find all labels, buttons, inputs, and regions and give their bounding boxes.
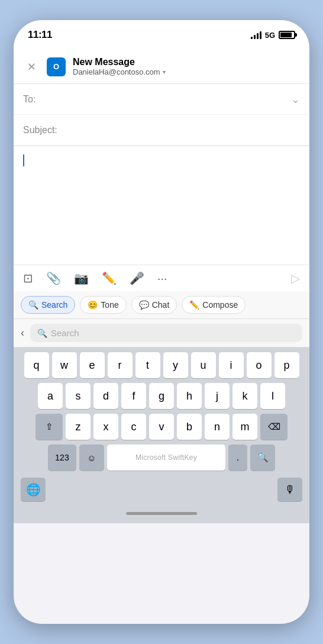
key-a[interactable]: a	[38, 383, 63, 409]
status-time: 11:11	[28, 29, 52, 41]
subject-label: Subject:	[23, 125, 64, 136]
shift-key[interactable]: ⇧	[35, 414, 63, 440]
back-arrow[interactable]: ‹	[21, 327, 24, 339]
period-key[interactable]: .	[228, 445, 247, 471]
search-input-container[interactable]: 🔍 Search	[30, 324, 302, 342]
subject-field-row[interactable]: Subject:	[14, 115, 309, 146]
to-input[interactable]	[64, 94, 291, 105]
ai-search-button[interactable]: 🔍 Search	[21, 296, 75, 314]
keyboard-row-bottom: 123 ☺ Microsoft SwiftKey . 🔍	[16, 445, 307, 471]
key-j[interactable]: j	[205, 383, 230, 409]
space-label: Microsoft SwiftKey	[135, 453, 197, 462]
compose-header: ✕ O New Message DanielaHa@contoso.com ▾	[14, 50, 309, 84]
key-q[interactable]: q	[24, 352, 49, 378]
keyboard: q w e r t y u i o p a s d f g h j k l ⇧	[14, 347, 309, 507]
key-d[interactable]: d	[93, 383, 118, 409]
key-o[interactable]: o	[247, 352, 272, 378]
toolbar-icons: ⊡ 📎 📷 ✏️ 🎤 ···	[23, 271, 167, 285]
numbers-key[interactable]: 123	[48, 445, 76, 471]
key-b[interactable]: b	[177, 414, 202, 440]
key-r[interactable]: r	[108, 352, 133, 378]
keyboard-row-1: q w e r t y u i o p	[16, 352, 307, 378]
key-g[interactable]: g	[149, 383, 174, 409]
key-m[interactable]: m	[232, 414, 257, 440]
account-email[interactable]: DanielaHa@contoso.com ▾	[73, 67, 300, 76]
signal-icon	[251, 31, 261, 39]
key-s[interactable]: s	[66, 383, 91, 409]
period-label: .	[237, 452, 239, 463]
attachment-icon[interactable]: 📎	[46, 271, 61, 285]
compose-icon: ✏️	[189, 300, 199, 310]
send-button[interactable]: ▷	[291, 271, 300, 285]
key-f[interactable]: f	[121, 383, 146, 409]
tone-icon: 😊	[88, 300, 98, 310]
outlook-icon: O	[47, 57, 66, 76]
key-h[interactable]: h	[177, 383, 202, 409]
key-w[interactable]: w	[52, 352, 77, 378]
home-bar	[126, 512, 197, 515]
key-c[interactable]: c	[121, 414, 146, 440]
to-field-row[interactable]: To: ⌄	[14, 84, 309, 115]
ai-compose-button[interactable]: ✏️ Compose	[182, 296, 246, 314]
key-k[interactable]: k	[232, 383, 257, 409]
ai-tone-label: Tone	[101, 300, 118, 310]
search-input[interactable]: Search	[51, 328, 79, 338]
mic-icon: 🎙	[285, 484, 295, 496]
search-icon: 🔍	[37, 329, 47, 338]
key-y[interactable]: y	[163, 352, 188, 378]
keyboard-search-key[interactable]: 🔍	[250, 445, 275, 471]
ai-chat-button[interactable]: 💬 Chat	[131, 296, 177, 314]
camera-icon[interactable]: 📷	[74, 271, 89, 285]
keyboard-row-2: a s d f g h j k l	[16, 383, 307, 409]
key-l[interactable]: l	[260, 383, 285, 409]
ai-search-label: Search	[41, 300, 67, 310]
compose-title: New Message	[73, 57, 300, 67]
home-indicator	[14, 507, 309, 523]
compose-toolbar: ⊡ 📎 📷 ✏️ 🎤 ··· ▷	[14, 265, 309, 291]
status-bar: 11:11 5G	[14, 20, 309, 50]
text-cursor	[23, 154, 24, 166]
backspace-key[interactable]: ⌫	[260, 414, 288, 440]
keyboard-search-icon: 🔍	[257, 452, 269, 463]
subject-input[interactable]	[64, 125, 300, 136]
numbers-label: 123	[55, 453, 69, 462]
keyboard-row-3: ⇧ z x c v b n m ⌫	[16, 414, 307, 440]
key-p[interactable]: p	[274, 352, 299, 378]
globe-key[interactable]: 🌐	[21, 478, 46, 501]
mic-key[interactable]: 🎙	[277, 478, 302, 501]
email-body[interactable]	[14, 146, 309, 265]
ai-chat-label: Chat	[152, 300, 170, 310]
close-icon: ✕	[27, 60, 36, 73]
chat-icon: 💬	[139, 300, 149, 310]
emoji-key[interactable]: ☺	[79, 445, 104, 471]
drawing-icon[interactable]: ✏️	[102, 271, 117, 285]
voice-icon[interactable]: 🎤	[130, 271, 144, 285]
status-icons: 5G	[251, 31, 295, 40]
to-label: To:	[23, 94, 64, 105]
header-info: New Message DanielaHa@contoso.com ▾	[73, 57, 300, 76]
space-key[interactable]: Microsoft SwiftKey	[107, 445, 225, 471]
globe-icon: 🌐	[26, 482, 41, 497]
search-bar-row: ‹ 🔍 Search	[14, 319, 309, 347]
ai-compose-label: Compose	[202, 300, 238, 310]
close-button[interactable]: ✕	[23, 59, 40, 75]
key-v[interactable]: v	[149, 414, 174, 440]
search-icon: 🔍	[28, 300, 38, 310]
email-fields: To: ⌄ Subject:	[14, 84, 309, 146]
key-n[interactable]: n	[205, 414, 230, 440]
key-i[interactable]: i	[219, 352, 244, 378]
ai-toolbar: 🔍 Search 😊 Tone 💬 Chat ✏️ Compose	[14, 291, 309, 319]
key-t[interactable]: t	[135, 352, 160, 378]
more-icon[interactable]: ···	[157, 272, 167, 285]
key-z[interactable]: z	[66, 414, 91, 440]
ai-tone-button[interactable]: 😊 Tone	[80, 296, 126, 314]
key-x[interactable]: x	[93, 414, 118, 440]
template-icon[interactable]: ⊡	[23, 271, 33, 285]
key-u[interactable]: u	[191, 352, 216, 378]
emoji-icon: ☺	[87, 453, 96, 463]
battery-icon	[279, 31, 295, 39]
shift-icon: ⇧	[46, 421, 53, 432]
key-e[interactable]: e	[80, 352, 105, 378]
network-label: 5G	[265, 31, 275, 40]
chevron-down-icon: ▾	[163, 69, 166, 75]
